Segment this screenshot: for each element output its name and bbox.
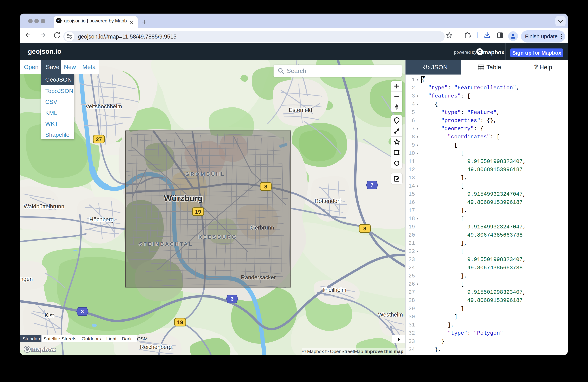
svg-text:19: 19 bbox=[177, 319, 183, 325]
svg-text:STEINBACHTAL: STEINBACHTAL bbox=[139, 241, 193, 247]
svg-text:Würzburg: Würzburg bbox=[164, 193, 203, 203]
svg-text:8: 8 bbox=[363, 226, 366, 231]
svg-text:Gerbrunn: Gerbrunn bbox=[251, 225, 274, 231]
svg-text:ingen: ingen bbox=[20, 276, 33, 282]
svg-text:Randersacker: Randersacker bbox=[241, 274, 276, 281]
svg-text:Estenfeld: Estenfeld bbox=[289, 107, 312, 113]
svg-text:Veitshöchheim: Veitshöchheim bbox=[85, 103, 122, 110]
svg-text:KEESBURG: KEESBURG bbox=[198, 234, 237, 240]
svg-text:Rottendorf: Rottendorf bbox=[315, 198, 341, 204]
svg-text:Westheim: Westheim bbox=[378, 311, 403, 318]
svg-text:Reichenberg: Reichenberg bbox=[140, 344, 172, 350]
svg-text:7: 7 bbox=[371, 182, 374, 188]
svg-text:Waldbüttelbrunn: Waldbüttelbrunn bbox=[24, 203, 64, 210]
svg-text:3: 3 bbox=[231, 296, 233, 302]
svg-text:Theilheim: Theilheim bbox=[322, 287, 346, 293]
svg-text:27: 27 bbox=[96, 136, 102, 142]
svg-text:mapbox: mapbox bbox=[31, 346, 56, 353]
svg-text:Kist: Kist bbox=[44, 312, 54, 319]
svg-text:Höchberg: Höchberg bbox=[89, 216, 114, 223]
svg-text:19: 19 bbox=[195, 209, 201, 215]
svg-text:GROMBÜHL: GROMBÜHL bbox=[185, 171, 225, 177]
svg-text:8: 8 bbox=[264, 184, 267, 190]
svg-text:3: 3 bbox=[81, 309, 84, 314]
